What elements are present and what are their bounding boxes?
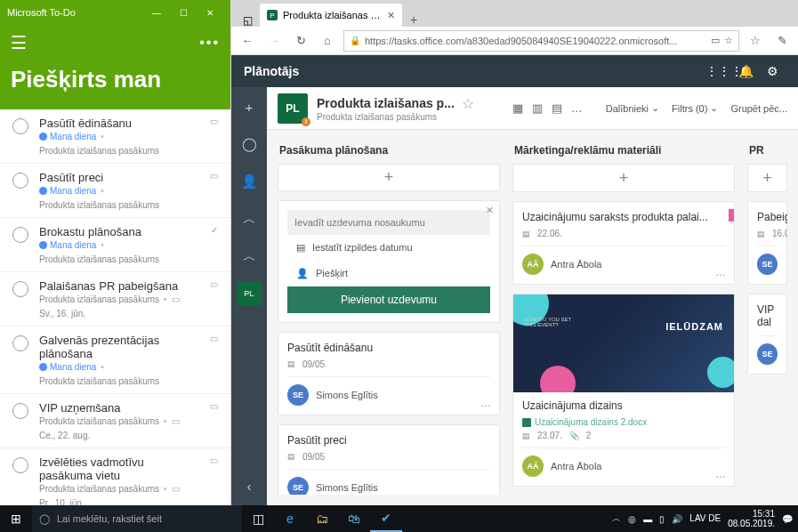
avatar: SE: [757, 254, 778, 275]
attachment[interactable]: Uzaicinājuma dizains 2.docx: [522, 417, 725, 427]
location-icon[interactable]: ◎: [628, 514, 636, 524]
more-views-icon[interactable]: …: [571, 101, 583, 115]
task-right-icon: ✓: [211, 225, 218, 235]
favorites-hub-icon[interactable]: ☆: [745, 34, 766, 47]
task-card[interactable]: Pabeig▤16.08 SE: [747, 201, 787, 285]
more-icon[interactable]: •••: [199, 35, 220, 51]
complete-circle[interactable]: [12, 403, 28, 419]
sun-icon: [39, 241, 47, 249]
battery-icon[interactable]: ▬: [643, 514, 652, 524]
groupby-dropdown[interactable]: Grupēt pēc...: [730, 102, 787, 114]
action-center-icon[interactable]: 💬: [782, 514, 793, 524]
hub-icon[interactable]: ◯: [237, 132, 262, 157]
set-due-row[interactable]: ▤Iestatīt izpildes datumu: [287, 235, 490, 261]
complete-circle[interactable]: [12, 227, 28, 243]
complete-circle[interactable]: [12, 173, 28, 189]
task-card[interactable]: HOW DO YOU SETTHIS EVENT?IELŪDZAMUzaicin…: [512, 294, 735, 487]
complete-circle[interactable]: [12, 118, 28, 134]
home-button[interactable]: ⌂: [317, 34, 338, 47]
task-item[interactable]: Galvenās prezentācijas plānošana Mana di…: [0, 326, 230, 394]
chevron-up-icon[interactable]: ︿: [237, 244, 262, 269]
card-menu-icon[interactable]: …: [480, 489, 492, 495]
url-input[interactable]: 🔒 https://tasks.office.com/a830edad90508…: [343, 30, 739, 52]
add-task-placeholder[interactable]: +: [512, 164, 735, 192]
app-launcher-icon[interactable]: ⋮⋮⋮: [705, 64, 732, 78]
plan-badge-nav[interactable]: PL: [237, 281, 262, 306]
task-view-icon[interactable]: ◫: [242, 505, 274, 532]
task-item[interactable]: Pasūtīt preci Mana diena•Produkta izlaiš…: [0, 164, 230, 218]
browser-tab[interactable]: P Produkta izlaišanas pas ✕: [260, 4, 402, 27]
filter-dropdown[interactable]: Filtrs (0) ⌄: [672, 102, 718, 114]
refresh-button[interactable]: ↻: [290, 34, 311, 47]
tab-close-icon[interactable]: ✕: [387, 10, 395, 21]
avatar: SE: [287, 477, 309, 495]
card-menu-icon[interactable]: …: [715, 468, 727, 480]
card-title: Uzaicinājumu saraksts produkta palai...: [522, 211, 725, 223]
bucket-title: PR: [747, 141, 787, 164]
task-item[interactable]: Palaišanas PR pabeigšana Produkta izlaiš…: [0, 272, 230, 326]
notes-icon[interactable]: ✎: [771, 34, 793, 47]
maximize-button[interactable]: ☐: [170, 8, 197, 18]
assignee-row: SE: [757, 335, 778, 365]
tab-history-icon[interactable]: ◱: [235, 14, 260, 27]
members-dropdown[interactable]: Dalībnieki ⌄: [606, 102, 659, 114]
calendar-icon: ▤: [287, 452, 295, 461]
assignee-name: Simons Eglītis: [316, 482, 378, 493]
favorite-plan-icon[interactable]: ☆: [462, 95, 474, 112]
notifications-icon[interactable]: 🔔: [732, 64, 759, 78]
assign-row[interactable]: 👤Piešķirt: [287, 261, 490, 286]
network-icon[interactable]: ▯: [659, 514, 665, 524]
language-indicator[interactable]: LAV DE: [689, 514, 721, 523]
assignee-row: SESimons Eglītis: [287, 469, 490, 495]
reading-view-icon[interactable]: ▭: [711, 35, 720, 46]
chevron-left-icon[interactable]: ‹: [237, 473, 262, 498]
new-task-input[interactable]: [287, 210, 490, 235]
close-button[interactable]: ✕: [197, 8, 223, 18]
tray-chevron-icon[interactable]: ︿: [612, 512, 621, 525]
card-date: 22.06.: [537, 229, 562, 238]
info-icon[interactable]: i: [302, 117, 310, 126]
favorite-icon[interactable]: ☆: [724, 35, 733, 46]
my-tasks-icon[interactable]: 👤: [237, 169, 262, 194]
minimize-button[interactable]: —: [143, 8, 170, 18]
board: Pasākuma plānošana + ✕ ▤Iestatīt izpilde…: [267, 130, 798, 505]
chevron-up-icon[interactable]: ︿: [237, 206, 262, 231]
task-card[interactable]: Uzaicinājumu saraksts produkta palai...▤…: [512, 201, 735, 285]
explorer-icon[interactable]: 🗂: [306, 505, 338, 532]
edge-icon[interactable]: e: [274, 505, 306, 532]
complete-circle[interactable]: [12, 281, 28, 297]
task-item[interactable]: Pasūtīt ēdināšanu Mana diena•Produkta iz…: [0, 109, 230, 164]
task-card[interactable]: VIP dal SE: [747, 294, 787, 375]
cortana-icon: ◯: [39, 513, 50, 525]
store-icon[interactable]: 🛍: [338, 505, 370, 532]
card-menu-icon[interactable]: …: [715, 266, 727, 278]
volume-icon[interactable]: 🔊: [672, 514, 682, 524]
new-tab-button[interactable]: +: [402, 12, 425, 27]
forward-button[interactable]: →: [263, 34, 285, 47]
task-item[interactable]: VIP uzņemšana Produkta izlaišanas pasāku…: [0, 394, 230, 448]
task-card[interactable]: Pasūtīt ēdināšanu▤09/05… SESimons Eglīti…: [278, 332, 500, 415]
task-item[interactable]: Brokastu plānošana Mana diena•Produkta i…: [0, 218, 230, 272]
task-item[interactable]: Izvēlēties vadmotīvu pasākuma vietu Prod…: [0, 448, 230, 505]
new-plan-icon[interactable]: +: [237, 94, 262, 119]
back-button[interactable]: ←: [237, 34, 258, 47]
complete-circle[interactable]: [12, 335, 28, 351]
board-view-icon[interactable]: ▦: [512, 101, 523, 115]
start-button[interactable]: ⊞: [0, 512, 32, 526]
task-card[interactable]: Pasūtīt preci▤09/05… SESimons Eglītis: [278, 424, 500, 495]
add-task-placeholder[interactable]: +: [747, 164, 787, 192]
close-icon[interactable]: ✕: [486, 205, 494, 216]
add-task-button[interactable]: Pievienot uzdevumu: [287, 286, 490, 313]
schedule-view-icon[interactable]: ▤: [552, 101, 562, 115]
hamburger-icon[interactable]: ☰: [11, 32, 27, 53]
complete-circle[interactable]: [12, 457, 28, 473]
attachment-icon: 📎: [569, 431, 579, 440]
card-menu-icon[interactable]: …: [480, 397, 492, 409]
add-task-placeholder[interactable]: +: [278, 164, 500, 191]
clock[interactable]: 15:31 08.05.2019.: [728, 509, 775, 528]
chart-view-icon[interactable]: ▥: [532, 101, 543, 115]
project-label: Produkta izlaišanas pasākums: [39, 484, 159, 494]
search-box[interactable]: ◯ Lai meklētu, rakstiet šeit: [32, 505, 242, 532]
todo-taskbar-icon[interactable]: ✔: [370, 505, 402, 532]
settings-icon[interactable]: ⚙: [759, 64, 786, 78]
